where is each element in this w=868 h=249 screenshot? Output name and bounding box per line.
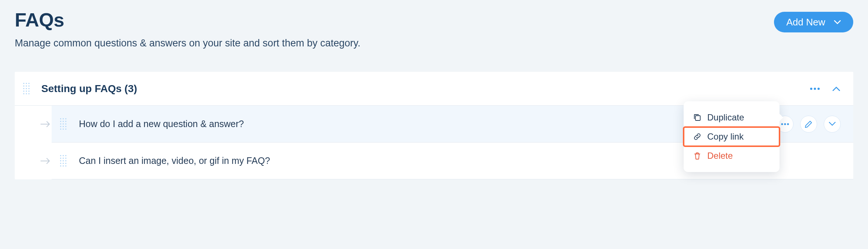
pencil-icon	[805, 120, 813, 128]
delete-label: Delete	[707, 151, 733, 161]
add-new-button[interactable]: Add New	[774, 12, 854, 32]
category-panel: Setting up FAQs (3) How do I add a new q…	[15, 72, 853, 179]
duplicate-option[interactable]: Duplicate	[684, 108, 780, 127]
add-new-label: Add New	[787, 17, 826, 28]
arrow-right-icon	[41, 157, 52, 165]
drag-handle-icon[interactable]	[22, 83, 30, 95]
svg-point-0	[810, 88, 812, 90]
edit-button[interactable]	[800, 116, 817, 133]
more-options-icon	[781, 123, 789, 125]
copy-link-label: Copy link	[707, 131, 744, 142]
link-icon	[693, 133, 701, 141]
category-header[interactable]: Setting up FAQs (3)	[15, 72, 853, 106]
chevron-down-icon	[834, 20, 841, 24]
collapse-icon[interactable]	[833, 87, 840, 91]
more-options-icon[interactable]	[810, 87, 820, 90]
expand-button[interactable]	[824, 116, 841, 133]
duplicate-label: Duplicate	[707, 112, 744, 123]
row-actions	[777, 116, 853, 133]
page-title: FAQs	[15, 9, 360, 31]
chevron-down-icon	[829, 122, 836, 126]
drag-handle-icon[interactable]	[59, 118, 67, 130]
svg-point-2	[817, 88, 820, 90]
svg-point-3	[781, 123, 783, 125]
question-text: How do I add a new question & answer?	[79, 108, 777, 140]
copy-link-option[interactable]: Copy link	[684, 127, 780, 146]
svg-point-4	[784, 123, 786, 125]
svg-point-5	[787, 123, 789, 125]
duplicate-icon	[693, 113, 701, 122]
page-subtitle: Manage common questions & answers on you…	[15, 38, 360, 49]
category-body: How do I add a new question & answer?	[15, 106, 853, 179]
category-title: Setting up FAQs (3)	[41, 83, 810, 95]
svg-rect-6	[695, 116, 700, 120]
arrow-right-icon	[41, 120, 52, 128]
delete-option[interactable]: Delete	[684, 146, 780, 165]
drag-handle-icon[interactable]	[59, 155, 67, 167]
context-menu: Duplicate Copy link Delete	[684, 101, 780, 172]
question-row[interactable]: How do I add a new question & answer?	[52, 106, 853, 143]
svg-point-1	[814, 88, 816, 90]
trash-icon	[693, 152, 701, 160]
